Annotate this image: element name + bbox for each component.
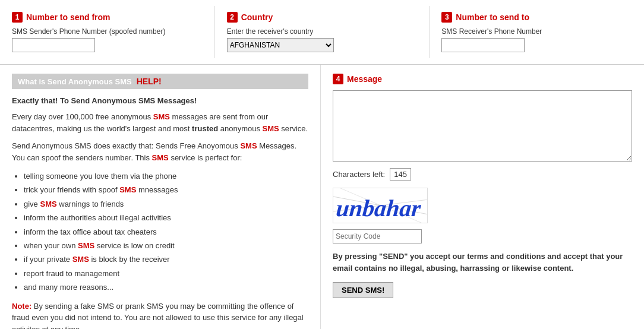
step3-col: 3 Number to send to SMS Receiver's Phone… [430, 6, 644, 58]
send-sms-button[interactable]: SEND SMS! [333, 282, 393, 298]
list-item: telling someone you love them via the ph… [24, 169, 308, 183]
list-item: if your private SMS is block by the rece… [24, 252, 308, 266]
what-is-bar: What is Send Anonymous SMS HELP! [12, 74, 308, 89]
list-item: give SMS warnings to friends [24, 197, 308, 211]
step1-header: 1 Number to send from [12, 12, 203, 23]
step2-title: Country [241, 12, 273, 22]
sender-phone-input[interactable] [12, 38, 95, 52]
step3-header: 3 Number to send to [441, 12, 632, 23]
step2-header: 2 Country [227, 12, 418, 23]
bullet-list: telling someone you love them via the ph… [24, 169, 308, 295]
main-section: What is Send Anonymous SMS HELP! Exactly… [0, 65, 644, 329]
step4-header: 4 Message [333, 74, 632, 84]
step3-label: SMS Receiver's Phone Number [441, 27, 632, 36]
left-panel: What is Send Anonymous SMS HELP! Exactly… [0, 65, 321, 329]
para2: Send Anonymous SMS does exactly that: Se… [12, 140, 308, 163]
step2-num: 2 [227, 12, 238, 23]
step1-title: Number to send from [26, 12, 111, 22]
list-item: inform the authorities about illegal act… [24, 211, 308, 224]
svg-text:unbahar: unbahar [335, 195, 422, 222]
step1-label: SMS Sender's Phone Number (spoofed numbe… [12, 27, 203, 36]
security-code-input[interactable] [333, 229, 422, 243]
top-section: 1 Number to send from SMS Sender's Phone… [0, 0, 644, 65]
step1-col: 1 Number to send from SMS Sender's Phone… [0, 6, 215, 58]
step4-title: Message [347, 74, 382, 84]
para1: Every day over 100,000 free anonymous SM… [12, 111, 308, 134]
help-label: HELP! [137, 77, 162, 86]
list-item: trick your friends with spoof SMS mnessa… [24, 183, 308, 197]
list-item: inform the tax office about tax cheaters [24, 225, 308, 239]
country-select[interactable]: AFGHANISTANALBANIAALGERIAANDORRAANGOLAAR… [227, 38, 334, 52]
right-panel: 4 Message Characters left: 145 unbahar B… [321, 65, 644, 329]
step1-num: 1 [12, 12, 23, 23]
list-item: report fraud to management [24, 267, 308, 280]
receiver-phone-input[interactable] [441, 38, 525, 52]
what-is-label: What is Send Anonymous SMS [18, 77, 132, 86]
note-block: Note: By sending a fake SMS or prank SMS… [12, 300, 308, 329]
chars-row: Characters left: 145 [333, 168, 632, 181]
chars-label: Characters left: [333, 170, 385, 179]
terms-text: By pressing "SEND" you accept our terms … [333, 251, 632, 274]
captcha-svg: unbahar [333, 188, 427, 223]
step3-title: Number to send to [456, 12, 529, 22]
step2-label: Enter the receiver's country [227, 27, 418, 36]
message-textarea[interactable] [333, 90, 632, 162]
list-item: when your own SMS service is low on cred… [24, 239, 308, 252]
step2-col: 2 Country Enter the receiver's country A… [215, 6, 430, 58]
captcha-image: unbahar [333, 188, 428, 223]
step4-num: 4 [333, 74, 343, 84]
list-item: and many more reasons... [24, 280, 308, 294]
headline: Exactly that! To Send Anonymous SMS Mess… [12, 96, 308, 105]
captcha-area: unbahar [333, 188, 632, 223]
chars-count: 145 [390, 168, 411, 181]
step3-num: 3 [441, 12, 452, 23]
